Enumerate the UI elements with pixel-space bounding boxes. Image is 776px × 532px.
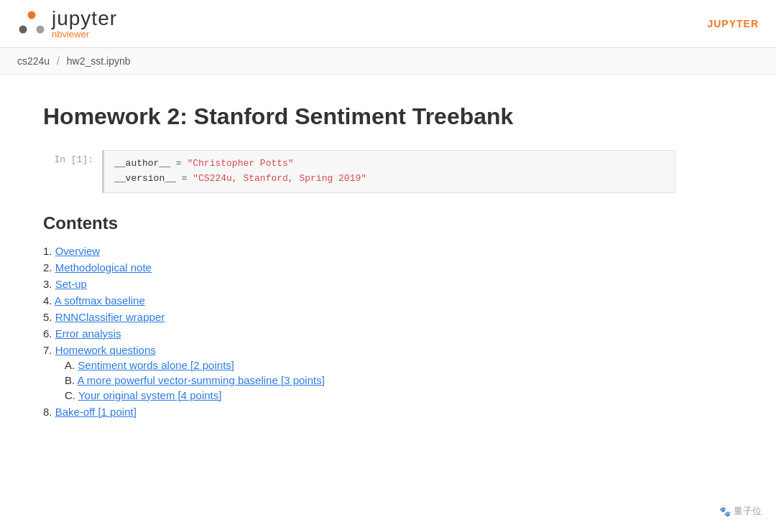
main-content: Homework 2: Stanford Sentiment Treebank … bbox=[0, 75, 719, 451]
contents-link-setup[interactable]: Set-up bbox=[55, 278, 87, 290]
list-item: 4. A softmax baseline bbox=[43, 294, 675, 307]
list-item: 6. Error analysis bbox=[43, 327, 675, 340]
contents-link-methodological-note[interactable]: Methodological note bbox=[55, 261, 152, 274]
list-item: A. Sentiment words alone [2 points] bbox=[65, 359, 675, 371]
jupyter-logo-icon bbox=[17, 9, 46, 38]
watermark: 🐾 量子位 bbox=[719, 505, 762, 518]
contents-section: Contents 1. Overview 2. Methodological n… bbox=[43, 213, 675, 418]
list-item: 5. RNNClassifier wrapper bbox=[43, 311, 675, 323]
code-line-1: __author__ = "Christopher Potts" bbox=[114, 157, 665, 172]
watermark-icon: 🐾 bbox=[719, 506, 731, 517]
contents-link-overview[interactable]: Overview bbox=[55, 245, 101, 257]
watermark-text: 量子位 bbox=[734, 505, 762, 518]
contents-link-sentiment-words[interactable]: Sentiment words alone [2 points] bbox=[78, 359, 234, 371]
jupyter-text-group: jupyter nbviewer bbox=[52, 9, 117, 39]
svg-point-2 bbox=[19, 26, 27, 34]
svg-point-0 bbox=[28, 11, 36, 19]
contents-link-vector-summing[interactable]: A more powerful vector-summing baseline … bbox=[78, 374, 325, 386]
list-item: 8. Bake-off [1 point] bbox=[43, 406, 675, 418]
jupyter-nav-link[interactable]: JUPYTER bbox=[707, 18, 759, 29]
jupyter-logo: jupyter nbviewer bbox=[17, 9, 117, 39]
code-op-1: = bbox=[170, 158, 187, 169]
code-line-2: __version__ = "CS224u, Stanford, Spring … bbox=[114, 172, 665, 187]
notebook-title: Homework 2: Stanford Sentiment Treebank bbox=[43, 103, 675, 130]
list-item: 2. Methodological note bbox=[43, 261, 675, 274]
list-item: C. Your original system [4 points] bbox=[65, 389, 675, 401]
breadcrumb-cs224u[interactable]: cs224u bbox=[17, 55, 50, 67]
code-string-1: "Christopher Potts" bbox=[187, 158, 293, 169]
contents-link-error-analysis[interactable]: Error analysis bbox=[55, 327, 121, 340]
nbviewer-label: nbviewer bbox=[52, 29, 117, 39]
breadcrumb: cs224u / hw2_sst.ipynb bbox=[0, 48, 776, 75]
breadcrumb-filename[interactable]: hw2_sst.ipynb bbox=[67, 55, 131, 67]
contents-link-original-system[interactable]: Your original system [4 points] bbox=[78, 389, 222, 401]
jupyter-title: jupyter bbox=[52, 9, 117, 29]
svg-point-1 bbox=[37, 26, 45, 34]
header: jupyter nbviewer JUPYTER bbox=[0, 0, 776, 48]
code-var-2: __version__ bbox=[114, 173, 176, 184]
list-item: B. A more powerful vector-summing baseli… bbox=[65, 374, 675, 386]
logo-area: jupyter nbviewer bbox=[17, 9, 117, 39]
code-cell: In [1]: __author__ = "Christopher Potts"… bbox=[43, 150, 675, 193]
contents-link-bakeoff[interactable]: Bake-off [1 point] bbox=[55, 406, 137, 418]
contents-link-rnn[interactable]: RNNClassifier wrapper bbox=[55, 311, 165, 323]
contents-title: Contents bbox=[43, 213, 675, 233]
contents-list: 1. Overview 2. Methodological note 3. Se… bbox=[43, 245, 675, 418]
code-var-1: __author__ bbox=[114, 158, 170, 169]
sub-list: A. Sentiment words alone [2 points] B. A… bbox=[43, 359, 675, 401]
list-item: 1. Overview bbox=[43, 245, 675, 257]
contents-link-homework-questions[interactable]: Homework questions bbox=[55, 344, 156, 356]
code-string-2: "CS224u, Stanford, Spring 2019" bbox=[193, 173, 366, 184]
list-item: 3. Set-up bbox=[43, 278, 675, 290]
code-op-2: = bbox=[176, 173, 193, 184]
list-item: 7. Homework questions A. Sentiment words… bbox=[43, 344, 675, 401]
code-block: __author__ = "Christopher Potts" __versi… bbox=[102, 150, 675, 193]
breadcrumb-separator: / bbox=[57, 55, 60, 67]
contents-link-softmax[interactable]: A softmax baseline bbox=[55, 294, 145, 307]
cell-label: In [1]: bbox=[43, 150, 93, 165]
